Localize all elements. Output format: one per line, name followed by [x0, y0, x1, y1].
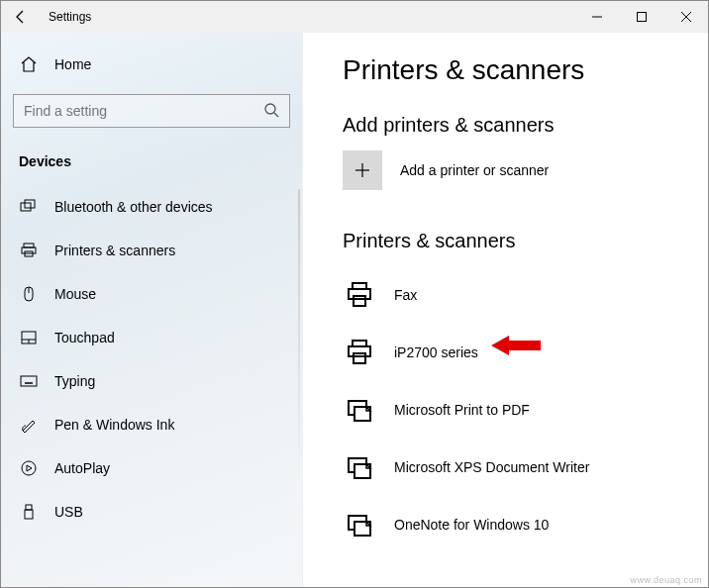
device-label: Fax [394, 287, 417, 303]
device-label: Microsoft XPS Document Writer [394, 459, 589, 475]
window-title: Settings [41, 10, 91, 24]
pen-icon [19, 415, 39, 435]
add-printer-label: Add a printer or scanner [400, 162, 549, 178]
device-item-onenote[interactable]: OneNote for Windows 10 [343, 496, 708, 553]
svg-rect-6 [21, 203, 31, 211]
touchpad-icon [19, 328, 39, 347]
device-item-xps[interactable]: Microsoft XPS Document Writer [343, 439, 708, 496]
minimize-button[interactable] [574, 1, 619, 33]
device-item-print-pdf[interactable]: Microsoft Print to PDF [343, 381, 708, 439]
home-icon [19, 54, 39, 74]
close-button[interactable] [663, 1, 708, 33]
printer-icon [19, 241, 39, 260]
search-input[interactable] [24, 103, 263, 119]
sidebar-item-label: USB [54, 504, 83, 520]
print-to-file-icon [343, 393, 376, 427]
device-item-ip2700[interactable]: iP2700 series [343, 324, 708, 381]
scrollbar[interactable] [298, 189, 300, 486]
svg-rect-7 [25, 200, 35, 208]
maximize-button[interactable] [619, 1, 663, 33]
sidebar-item-typing[interactable]: Typing [13, 359, 290, 403]
svg-rect-9 [22, 247, 36, 253]
nav-home[interactable]: Home [13, 45, 290, 84]
keyboard-icon [19, 371, 39, 391]
device-item-fax[interactable]: Fax [343, 266, 708, 324]
add-tile [343, 150, 382, 190]
sidebar-item-pen[interactable]: Pen & Windows Ink [13, 403, 290, 446]
titlebar: Settings [1, 1, 708, 33]
plus-icon [354, 161, 371, 179]
print-to-file-icon [343, 508, 376, 541]
add-printer-row[interactable]: Add a printer or scanner [343, 150, 708, 190]
sidebar-item-label: Pen & Windows Ink [54, 417, 174, 433]
svg-rect-23 [26, 505, 32, 510]
sidebar: Home Devices Bluetooth & other devices [1, 33, 303, 587]
mouse-icon [19, 284, 39, 304]
main-panel: Printers & scanners Add printers & scann… [303, 33, 708, 587]
svg-line-5 [274, 113, 278, 117]
svg-point-22 [22, 461, 36, 475]
arrow-left-icon [13, 9, 29, 25]
sidebar-item-touchpad[interactable]: Touchpad [13, 316, 290, 359]
print-to-file-icon [343, 450, 376, 484]
list-section-heading: Printers & scanners [343, 230, 708, 252]
svg-rect-1 [637, 13, 646, 22]
device-label: iP2700 series [394, 344, 478, 360]
sidebar-item-label: AutoPlay [54, 460, 110, 476]
svg-rect-28 [349, 289, 370, 299]
device-list: Fax iP2700 series Microsoft Print to PDF… [343, 266, 708, 553]
device-label: OneNote for Windows 10 [394, 517, 549, 533]
window-controls [574, 1, 708, 33]
sidebar-item-label: Mouse [54, 286, 96, 302]
maximize-icon [637, 12, 647, 22]
svg-point-4 [265, 104, 275, 114]
close-icon [681, 12, 691, 22]
svg-rect-31 [349, 346, 370, 356]
minimize-icon [592, 12, 602, 22]
sidebar-item-autoplay[interactable]: AutoPlay [13, 446, 290, 490]
printer-icon [343, 278, 376, 312]
svg-rect-32 [354, 353, 365, 363]
sidebar-item-label: Bluetooth & other devices [54, 199, 213, 215]
autoplay-icon [19, 458, 39, 478]
usb-icon [19, 502, 39, 522]
content: Home Devices Bluetooth & other devices [1, 33, 708, 587]
sidebar-item-mouse[interactable]: Mouse [13, 272, 290, 316]
search-icon [263, 102, 279, 121]
watermark: www.deuaq.com [630, 575, 702, 585]
sidebar-item-label: Touchpad [54, 330, 115, 345]
printer-icon [343, 336, 376, 369]
nav-home-label: Home [54, 56, 91, 72]
sidebar-section-label: Devices [13, 147, 290, 185]
sidebar-item-label: Printers & scanners [54, 243, 175, 258]
sidebar-item-usb[interactable]: USB [13, 490, 290, 534]
svg-rect-24 [25, 510, 33, 519]
bluetooth-devices-icon [19, 197, 39, 217]
search-box[interactable] [13, 94, 290, 128]
sidebar-item-label: Typing [54, 373, 95, 389]
svg-rect-8 [24, 244, 34, 247]
svg-rect-29 [354, 296, 365, 306]
page-title: Printers & scanners [343, 54, 708, 86]
sidebar-item-printers[interactable]: Printers & scanners [13, 229, 290, 272]
back-button[interactable] [1, 1, 41, 33]
add-section-heading: Add printers & scanners [343, 114, 708, 137]
device-label: Microsoft Print to PDF [394, 402, 530, 418]
sidebar-item-bluetooth[interactable]: Bluetooth & other devices [13, 185, 290, 229]
svg-rect-16 [21, 376, 37, 386]
